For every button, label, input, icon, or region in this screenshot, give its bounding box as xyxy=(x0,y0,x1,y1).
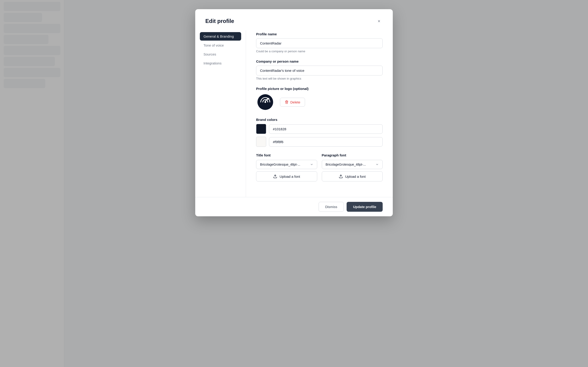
close-button[interactable]: × xyxy=(375,17,383,25)
company-name-hint: This text will be shown in graphics xyxy=(256,77,383,80)
logo-preview xyxy=(256,93,275,111)
color-input-1[interactable] xyxy=(269,124,383,134)
company-name-group: Company or person name This text will be… xyxy=(256,59,383,80)
paragraph-font-label: Paragraph font xyxy=(322,153,383,157)
modal-overlay: Edit profile × General & Branding Tone o… xyxy=(0,0,588,367)
modal-header: Edit profile × xyxy=(195,9,393,30)
color-input-2[interactable] xyxy=(269,137,383,147)
modal-title: Edit profile xyxy=(205,18,234,24)
color-swatch-2[interactable] xyxy=(256,137,266,147)
company-name-input[interactable] xyxy=(256,66,383,75)
profile-name-label: Profile name xyxy=(256,32,383,36)
fonts-group: Title font BricolageGrotesque_48pt-... xyxy=(256,153,383,181)
modal-footer: Dismiss Update profile xyxy=(195,197,393,216)
upload-paragraph-font-button[interactable]: Upload a font xyxy=(322,171,383,181)
paragraph-font-column: Paragraph font BricolageGrotesque_48pt-.… xyxy=(322,153,383,181)
brand-logo-icon xyxy=(257,94,274,110)
nav-item-general-branding[interactable]: General & Branding xyxy=(200,32,241,41)
font-grid: Title font BricolageGrotesque_48pt-... xyxy=(256,153,383,181)
edit-profile-modal: Edit profile × General & Branding Tone o… xyxy=(195,9,393,216)
upload-icon-1 xyxy=(273,174,277,178)
upload-title-font-button[interactable]: Upload a font xyxy=(256,171,317,181)
modal-body: General & Branding Tone of voice Sources… xyxy=(195,30,393,197)
title-font-column: Title font BricolageGrotesque_48pt-... xyxy=(256,153,317,181)
nav-item-integrations[interactable]: Integrations xyxy=(200,59,241,67)
title-font-select[interactable]: BricolageGrotesque_48pt-... xyxy=(256,160,317,169)
nav-item-tone-of-voice[interactable]: Tone of voice xyxy=(200,41,241,50)
brand-colors-group: Brand colors xyxy=(256,118,383,147)
logo-section: Delete xyxy=(256,93,383,111)
delete-logo-button[interactable]: Delete xyxy=(280,98,305,107)
paragraph-font-select[interactable]: BricolageGrotesque_48pt-... xyxy=(322,160,383,169)
color-row-1 xyxy=(256,124,383,134)
logo-group: Profile picture or logo (optional) xyxy=(256,87,383,111)
profile-name-input[interactable] xyxy=(256,38,383,48)
dismiss-button[interactable]: Dismiss xyxy=(319,202,344,212)
brand-colors-label: Brand colors xyxy=(256,118,383,122)
nav-item-sources[interactable]: Sources xyxy=(200,50,241,58)
profile-name-hint: Could be a company or person name xyxy=(256,50,383,53)
modal-sidebar: General & Branding Tone of voice Sources… xyxy=(195,30,246,197)
chevron-down-icon xyxy=(310,163,313,166)
profile-name-group: Profile name Could be a company or perso… xyxy=(256,32,383,53)
update-profile-button[interactable]: Update profile xyxy=(346,202,383,212)
logo-label: Profile picture or logo (optional) xyxy=(256,87,383,91)
color-row-2 xyxy=(256,137,383,147)
upload-icon-2 xyxy=(339,174,343,178)
trash-icon xyxy=(285,100,288,104)
title-font-label: Title font xyxy=(256,153,317,157)
modal-content-area: Profile name Could be a company or perso… xyxy=(246,30,393,197)
chevron-down-icon-2 xyxy=(376,163,379,166)
company-name-label: Company or person name xyxy=(256,59,383,63)
color-swatch-1[interactable] xyxy=(256,124,266,134)
